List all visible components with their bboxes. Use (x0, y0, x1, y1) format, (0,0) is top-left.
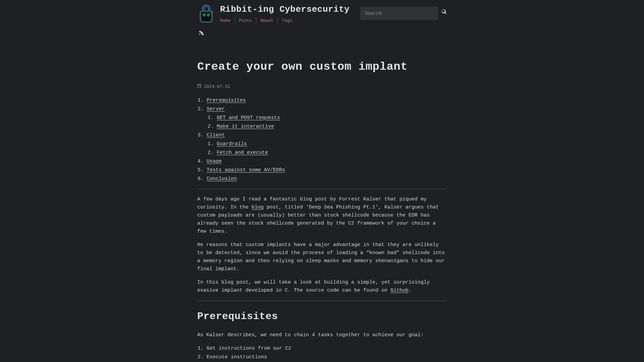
divider (197, 301, 447, 301)
section-prerequisites-title: Prerequisites (197, 308, 447, 324)
nav-posts[interactable]: Posts (235, 17, 256, 24)
toc-item: Client Guardrails Fetch and execute (207, 131, 447, 157)
toc-item: Tests against some AV/EDRs (207, 166, 447, 174)
svg-point-4 (208, 15, 209, 16)
toc-link-get-post[interactable]: GET and POST requests (217, 115, 280, 121)
table-of-contents: Prerequisites Server GET and POST reques… (197, 97, 447, 183)
site-header: RIBBIT Ribbit-ing Cybersecurity Home Pos… (197, 0, 447, 24)
section-prerequisites-body: As Kalser describes, we need to chain 4 … (197, 331, 447, 362)
github-link[interactable]: Github (390, 288, 409, 293)
search-icon[interactable] (441, 9, 447, 18)
header-left: RIBBIT Ribbit-ing Cybersecurity Home Pos… (197, 3, 350, 24)
site-logo[interactable]: RIBBIT (197, 3, 215, 24)
nav-about[interactable]: About (256, 17, 278, 24)
svg-rect-7 (198, 84, 201, 87)
text-span: . (409, 288, 412, 293)
toc-item: Guardrails (217, 140, 447, 148)
prereq-intro: As Kalser describes, we need to chain 4 … (197, 331, 447, 339)
nav-home[interactable]: Home (220, 17, 235, 24)
toc-link-conclusion[interactable]: Conclusion (207, 176, 237, 182)
intro-paragraph-3: In this blog post, we will take a look a… (197, 279, 447, 295)
rss-icon[interactable] (199, 31, 204, 37)
list-item: Execute instructions (207, 353, 447, 361)
toc-link-server[interactable]: Server (207, 106, 225, 112)
post-date: 2024-07-31 (204, 83, 230, 90)
search-wrap (360, 7, 447, 20)
site-title[interactable]: Ribbit-ing Cybersecurity (220, 3, 350, 17)
toc-link-interactive[interactable]: Make it interactive (217, 124, 274, 129)
blog-link[interactable]: blog (252, 204, 264, 210)
toc-item: Server GET and POST requests Make it int… (207, 105, 447, 131)
toc-link-fetch-execute[interactable]: Fetch and execute (217, 150, 268, 156)
post-content: A few days ago I read a fantastic blog p… (197, 195, 447, 295)
toc-link-client[interactable]: Client (207, 132, 225, 138)
svg-point-3 (204, 15, 205, 16)
rss-row (197, 24, 447, 38)
list-item: Get instructions from our C2 (207, 345, 447, 353)
toc-item: GET and POST requests (217, 114, 447, 122)
toc-item: Conclusion (207, 175, 447, 183)
toc-item: Prerequisites (207, 97, 447, 105)
divider (197, 189, 447, 189)
post-meta: 2024-07-31 (197, 83, 447, 90)
post-title: Create your own custom implant (197, 58, 447, 76)
toc-link-prerequisites[interactable]: Prerequisites (207, 98, 246, 103)
intro-paragraph-2: He reasons that custom implants have a m… (197, 241, 447, 273)
calendar-icon (197, 83, 201, 90)
toc-item: Make it interactive (217, 123, 447, 131)
toc-link-guardrails[interactable]: Guardrails (217, 141, 247, 147)
toc-item: Usage (207, 158, 447, 166)
task-list: Get instructions from our C2 Execute ins… (197, 345, 447, 362)
svg-text:RIBBIT: RIBBIT (211, 10, 213, 16)
toc-item: Fetch and execute (217, 149, 447, 157)
intro-paragraph-1: A few days ago I read a fantastic blog p… (197, 195, 447, 236)
main-nav: Home Posts About Tags (220, 17, 350, 24)
title-nav-block: Ribbit-ing Cybersecurity Home Posts Abou… (220, 3, 350, 24)
svg-point-6 (199, 34, 201, 35)
toc-link-tests[interactable]: Tests against some AV/EDRs (207, 167, 285, 173)
toc-link-usage[interactable]: Usage (207, 159, 222, 164)
search-input[interactable] (360, 7, 438, 20)
nav-tags[interactable]: Tags (278, 17, 296, 24)
